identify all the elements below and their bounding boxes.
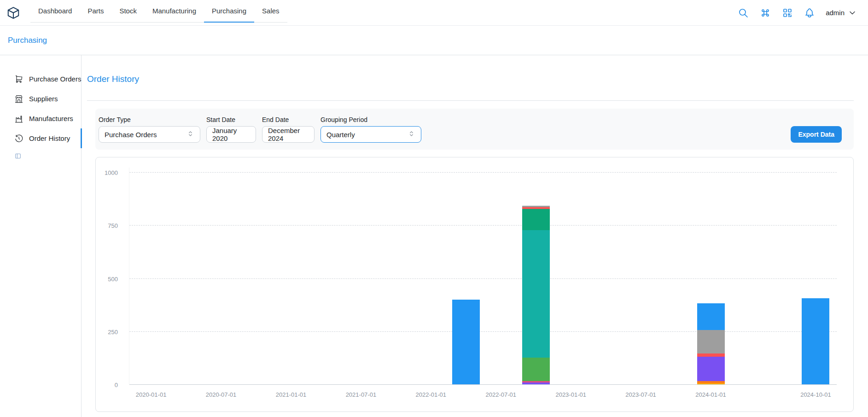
export-data-button[interactable]: Export Data — [791, 126, 842, 143]
grouping-period-select[interactable]: Quarterly — [320, 126, 421, 143]
shopping-cart-icon — [14, 75, 23, 84]
gridline — [129, 225, 837, 226]
main-panel: Order History Order Type Purchase Orders… — [82, 55, 868, 417]
end-date-input[interactable]: December 2024 — [262, 126, 315, 143]
grouping-period-label: Grouping Period — [320, 116, 421, 123]
user-menu[interactable]: admin — [826, 8, 857, 17]
bar-segment — [452, 300, 480, 384]
start-date-label: Start Date — [206, 116, 256, 123]
chart-plot — [129, 168, 837, 385]
sidebar-item-purchase-orders[interactable]: Purchase Orders — [0, 69, 81, 89]
y-tick-label: 500 — [108, 275, 118, 282]
history-icon — [14, 134, 23, 143]
search-icon[interactable] — [737, 7, 749, 19]
tab-sales[interactable]: Sales — [254, 0, 287, 23]
section-divider — [87, 100, 854, 101]
qr-code-icon[interactable] — [781, 7, 793, 19]
bar-segment — [697, 357, 725, 381]
bar-2022-04-01 — [452, 300, 480, 384]
bar-2024-10-01 — [802, 298, 829, 384]
main-nav-tabs: Dashboard Parts Stock Manufacturing Purc… — [30, 0, 287, 23]
gridline — [129, 172, 837, 173]
end-date-label: End Date — [262, 116, 315, 123]
start-date-input[interactable]: January 2020 — [206, 126, 256, 143]
chart-y-axis: 02505007501000 — [96, 168, 123, 385]
sidebar-item-label: Purchase Orders — [29, 75, 81, 83]
gridline — [129, 384, 837, 385]
bar-segment — [697, 330, 725, 354]
page-title: Purchasing — [8, 36, 47, 45]
order-type-field: Order Type Purchase Orders — [99, 116, 200, 143]
bar-2022-10-01 — [522, 206, 550, 384]
user-name: admin — [826, 9, 845, 17]
sidebar: Purchase Orders Suppliers Manufacturers … — [0, 55, 82, 417]
chevron-down-icon — [848, 8, 857, 17]
chart-x-axis: 2020-01-012020-07-012021-01-012021-07-01… — [129, 391, 837, 400]
order-type-label: Order Type — [99, 116, 200, 123]
order-type-select[interactable]: Purchase Orders — [99, 126, 200, 143]
order-type-value: Purchase Orders — [105, 131, 157, 139]
sidebar-item-label: Order History — [29, 134, 70, 142]
end-date-field: End Date December 2024 — [262, 116, 315, 143]
tab-manufacturing[interactable]: Manufacturing — [145, 0, 204, 23]
building-store-icon — [14, 94, 23, 104]
grouping-period-field: Grouping Period Quarterly — [320, 116, 421, 143]
x-tick-label: 2022-01-01 — [416, 391, 447, 398]
sidebar-item-order-history[interactable]: Order History — [0, 128, 81, 148]
breadcrumb: Purchasing — [0, 26, 868, 55]
navbar-actions: admin — [737, 7, 857, 19]
grouping-period-value: Quarterly — [326, 131, 355, 139]
x-tick-label: 2022-07-01 — [485, 391, 516, 398]
y-tick-label: 750 — [108, 222, 118, 229]
bell-icon[interactable] — [804, 7, 816, 19]
x-tick-label: 2021-07-01 — [346, 391, 377, 398]
bar-segment — [522, 382, 550, 384]
bar-segment — [802, 298, 829, 384]
filter-panel: Order Type Purchase Orders Start Date Ja… — [95, 109, 854, 150]
section-title: Order History — [87, 74, 854, 85]
bar-segment — [697, 353, 725, 357]
bar-segment — [697, 303, 725, 330]
content-area: Purchase Orders Suppliers Manufacturers … — [0, 55, 868, 417]
command-icon[interactable] — [759, 7, 771, 19]
sidebar-item-suppliers[interactable]: Suppliers — [0, 89, 81, 109]
bar-segment — [522, 230, 550, 358]
tab-parts[interactable]: Parts — [80, 0, 111, 23]
selector-icon — [186, 130, 194, 139]
x-tick-label: 2020-07-01 — [206, 391, 237, 398]
x-tick-label: 2020-01-01 — [136, 391, 167, 398]
bar-segment — [522, 209, 550, 230]
x-tick-label: 2021-01-01 — [276, 391, 307, 398]
start-date-field: Start Date January 2020 — [206, 116, 256, 143]
tab-dashboard[interactable]: Dashboard — [30, 0, 80, 23]
x-tick-label: 2024-10-01 — [800, 391, 831, 398]
sidebar-item-manufacturers[interactable]: Manufacturers — [0, 109, 81, 128]
top-navbar: Dashboard Parts Stock Manufacturing Purc… — [0, 0, 868, 26]
x-tick-label: 2023-07-01 — [625, 391, 656, 398]
y-tick-label: 250 — [108, 328, 118, 335]
end-date-value: December 2024 — [268, 127, 309, 142]
tab-stock[interactable]: Stock — [111, 0, 145, 23]
gridline — [129, 278, 837, 279]
selector-icon — [408, 130, 415, 139]
y-tick-label: 1000 — [105, 169, 118, 176]
factory-icon — [14, 114, 23, 123]
bar-2024-01-01 — [697, 303, 725, 384]
x-tick-label: 2024-01-01 — [695, 391, 726, 398]
chart-card: 02505007501000 2020-01-012020-07-012021-… — [95, 157, 854, 412]
x-tick-label: 2023-01-01 — [555, 391, 586, 398]
app-logo-icon[interactable] — [6, 6, 20, 20]
tab-purchasing[interactable]: Purchasing — [204, 0, 254, 23]
sidebar-collapse-icon[interactable] — [14, 152, 22, 160]
gridline — [129, 331, 837, 332]
sidebar-item-label: Manufacturers — [29, 115, 73, 122]
sidebar-item-label: Suppliers — [29, 95, 58, 103]
bar-segment — [697, 383, 725, 384]
start-date-value: January 2020 — [212, 127, 250, 142]
bar-segment — [522, 358, 550, 381]
y-tick-label: 0 — [115, 382, 118, 388]
